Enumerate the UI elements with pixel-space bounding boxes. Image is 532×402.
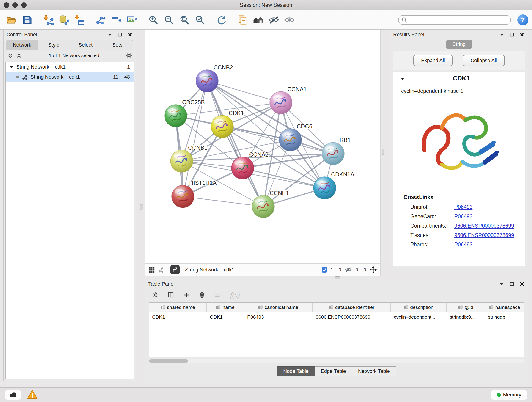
network-node-CDKN1A[interactable]: CDKN1A bbox=[313, 171, 355, 199]
maximize-panel-button[interactable] bbox=[509, 281, 515, 287]
save-session-button[interactable] bbox=[21, 13, 33, 26]
tab-style[interactable]: Style bbox=[38, 40, 70, 50]
table-cell[interactable]: cyclin–dependent ... bbox=[391, 312, 447, 322]
show-graphics-details-button[interactable] bbox=[283, 13, 296, 26]
network-row[interactable]: String Network – cdk1 11 48 bbox=[6, 72, 133, 82]
collapse-tree-button[interactable] bbox=[16, 52, 22, 58]
column-header-shared-name[interactable]: shared name bbox=[149, 303, 207, 312]
right-splitter-handle[interactable] bbox=[382, 149, 385, 155]
network-edge[interactable] bbox=[183, 196, 263, 206]
network-share-button[interactable] bbox=[158, 267, 164, 273]
tab-select[interactable]: Select bbox=[70, 40, 102, 50]
column-header-name[interactable]: name bbox=[207, 303, 244, 312]
home-button[interactable] bbox=[252, 13, 265, 26]
cloud-status-button[interactable] bbox=[5, 390, 21, 400]
import-table-button[interactable] bbox=[73, 13, 86, 26]
collapse-all-button[interactable]: Collapse All bbox=[463, 55, 505, 66]
float-panel-button[interactable] bbox=[107, 32, 113, 38]
network-edge[interactable] bbox=[183, 81, 207, 196]
hide-graphics-details-button[interactable] bbox=[267, 13, 280, 26]
tab-network-table[interactable]: Network Table bbox=[352, 366, 396, 376]
table-cell[interactable]: CDK1 bbox=[149, 312, 207, 322]
pan-crosshair-icon[interactable] bbox=[369, 266, 377, 274]
float-panel-button[interactable] bbox=[499, 281, 505, 287]
add-column-button[interactable] bbox=[184, 292, 190, 298]
birdseye-view-button[interactable] bbox=[149, 267, 155, 273]
table-cell[interactable]: P06493 bbox=[244, 312, 312, 322]
crosslink-row: Pharos:P06493 bbox=[393, 240, 525, 249]
node-label: RB1 bbox=[340, 137, 351, 143]
crosslink-value[interactable]: 9606.ENSP00000378699 bbox=[454, 223, 514, 229]
crosslink-value[interactable]: P06493 bbox=[454, 242, 472, 248]
zoom-fit-button[interactable] bbox=[178, 13, 191, 26]
help-button[interactable]: ? bbox=[517, 14, 528, 26]
table-cell[interactable]: stringdb bbox=[485, 312, 524, 322]
network-collection-row[interactable]: String Network – cdk1 1 bbox=[6, 62, 133, 72]
tab-sets[interactable]: Sets bbox=[101, 40, 133, 50]
close-panel-button[interactable] bbox=[127, 32, 133, 38]
scrollbar-thumb[interactable] bbox=[149, 359, 188, 363]
table-options-gear-button[interactable] bbox=[152, 292, 158, 298]
tab-network[interactable]: Network bbox=[6, 40, 38, 50]
network-canvas[interactable]: CCNB2CCNA1CDC25BCDK1CDC6RB1CCNB1CCNA2CDK… bbox=[145, 30, 380, 263]
column-header-canonical-name[interactable]: canonical name bbox=[244, 303, 312, 312]
table-cell[interactable]: stringdb:9... bbox=[447, 312, 485, 322]
node-label: CDK1 bbox=[229, 110, 244, 116]
network-node-RB1[interactable]: RB1 bbox=[322, 137, 351, 165]
delete-column-button[interactable] bbox=[199, 292, 205, 298]
close-panel-button[interactable] bbox=[519, 32, 525, 38]
tab-edge-table[interactable]: Edge Table bbox=[315, 366, 352, 376]
float-panel-button[interactable] bbox=[499, 32, 505, 38]
import-network-database-button[interactable] bbox=[57, 13, 70, 26]
close-panel-button[interactable] bbox=[519, 281, 525, 287]
tab-string[interactable]: String bbox=[446, 40, 472, 49]
column-header-database-identifier[interactable]: database identifier bbox=[312, 303, 391, 312]
table-cell[interactable]: CDK1 bbox=[207, 312, 244, 322]
network-node-CCNA1[interactable]: CCNA1 bbox=[270, 86, 307, 114]
export-image-button[interactable] bbox=[126, 13, 138, 26]
crosslink-value[interactable]: P06493 bbox=[454, 213, 472, 220]
command-documents-button[interactable] bbox=[236, 13, 249, 26]
toolbar-separator bbox=[38, 13, 38, 27]
export-table-button[interactable] bbox=[110, 13, 123, 26]
maximize-panel-button[interactable] bbox=[509, 32, 515, 38]
column-header--id[interactable]: @id bbox=[447, 303, 485, 312]
network-node-CCNB1[interactable]: CCNB1 bbox=[171, 144, 208, 172]
crosslink-value[interactable]: P06493 bbox=[454, 204, 472, 210]
show-columns-button[interactable] bbox=[168, 292, 174, 298]
memory-button[interactable]: Memory bbox=[491, 390, 527, 400]
zoom-out-button[interactable] bbox=[162, 13, 175, 26]
search-input[interactable] bbox=[398, 15, 511, 25]
network-edge[interactable] bbox=[207, 81, 263, 206]
table-horizontal-scrollbar[interactable] bbox=[149, 359, 525, 363]
zoom-selected-button[interactable] bbox=[194, 13, 206, 26]
bottom-splitter-handle[interactable] bbox=[335, 276, 341, 279]
network-options-gear-button[interactable] bbox=[126, 52, 132, 58]
table-row[interactable]: CDK1CDK1P064939606.ENSP00000378699cyclin… bbox=[149, 312, 524, 322]
warnings-indicator[interactable] bbox=[27, 390, 38, 400]
tab-node-table[interactable]: Node Table bbox=[277, 366, 315, 376]
maximize-panel-button[interactable] bbox=[117, 32, 123, 38]
crosslink-value[interactable]: 9606.ENSP00000378699 bbox=[454, 232, 514, 238]
left-splitter-handle[interactable] bbox=[140, 204, 143, 210]
selected-checkbox-icon[interactable] bbox=[322, 267, 327, 273]
apply-layout-button[interactable] bbox=[215, 13, 228, 26]
open-session-button[interactable] bbox=[5, 13, 18, 26]
zoom-in-button[interactable] bbox=[147, 13, 160, 26]
hidden-eye-slash-icon[interactable] bbox=[344, 267, 352, 273]
expand-all-button[interactable]: Expand All bbox=[413, 55, 453, 66]
external-arrow-icon bbox=[172, 267, 178, 273]
import-network-file-button[interactable] bbox=[42, 13, 55, 26]
network-edge[interactable] bbox=[207, 81, 281, 103]
network-node-CDK1[interactable]: CDK1 bbox=[211, 110, 244, 138]
network-node-CCNB2[interactable]: CCNB2 bbox=[196, 64, 233, 92]
table-cell[interactable]: 9606.ENSP00000378699 bbox=[312, 312, 391, 322]
export-network-button[interactable] bbox=[94, 13, 107, 26]
node-entry-header[interactable]: CDK1 bbox=[393, 72, 525, 85]
open-in-new-window-button[interactable] bbox=[171, 265, 180, 274]
expand-tree-button[interactable] bbox=[7, 52, 13, 58]
network-node-HIST1H1A[interactable]: HIST1H1A bbox=[172, 180, 217, 208]
column-header-description[interactable]: description bbox=[391, 303, 447, 312]
column-header-namespace[interactable]: namespace bbox=[485, 303, 524, 312]
network-node-CDC6[interactable]: CDC6 bbox=[279, 123, 312, 151]
